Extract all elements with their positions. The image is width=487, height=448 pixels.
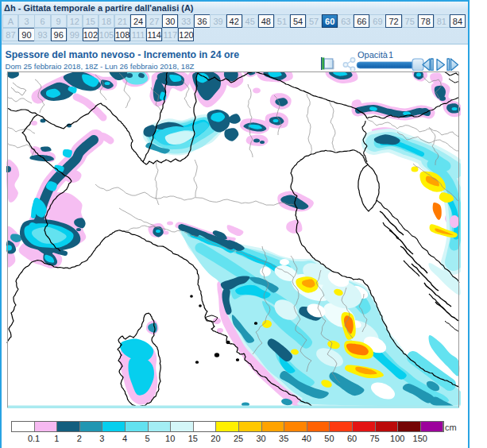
svg-text:1: 1 — [388, 50, 393, 60]
svg-text:Opacità: Opacità — [358, 50, 388, 60]
